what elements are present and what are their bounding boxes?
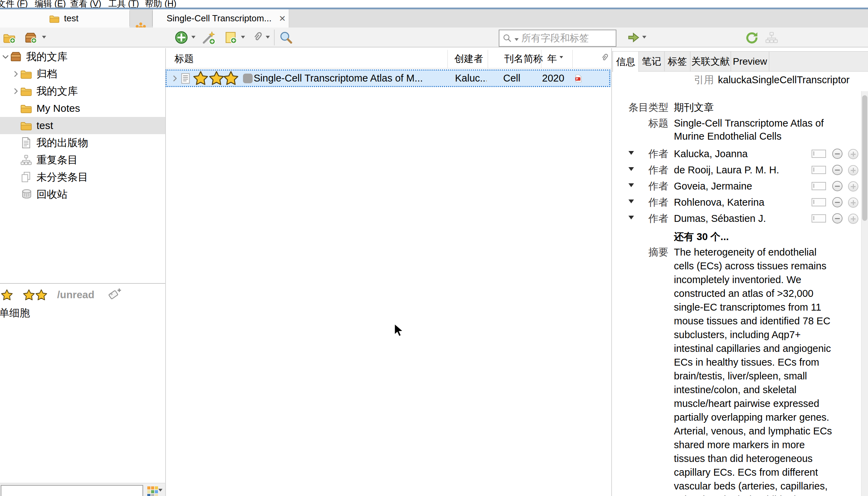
add-by-identifier-wand-icon[interactable] [201, 31, 216, 45]
author-add-button[interactable] [848, 149, 858, 159]
author-field-mode-icon[interactable] [812, 166, 826, 174]
column-journal[interactable]: 刊名简称 [504, 52, 543, 65]
author-name[interactable]: Goveia, Jermaine [674, 179, 752, 193]
author-name[interactable]: Rohlenova, Katerina [674, 195, 764, 209]
sidebar-item-trash[interactable]: 回收站 [0, 186, 165, 203]
author-field-mode-icon[interactable] [812, 182, 826, 190]
tab-related[interactable]: 关联文献 [690, 52, 731, 71]
title-value-line1[interactable]: Single-Cell Transcriptome Atlas of [674, 117, 824, 130]
sidebar-item-label: 重复条目 [36, 153, 78, 167]
column-divider [541, 50, 541, 68]
author-remove-button[interactable] [832, 197, 843, 207]
sidebar-item-my-library[interactable]: 我的文库 [0, 48, 165, 65]
column-title[interactable]: 标题 [174, 52, 194, 65]
item-year: 2020 [542, 70, 566, 87]
sync-button[interactable] [744, 31, 758, 44]
item-row[interactable]: Single-Cell Transcriptome Atlas of M... … [166, 70, 611, 87]
tab-document[interactable]: Single-Cell Transcriptom... × [152, 9, 289, 28]
column-year[interactable]: 年 [547, 52, 557, 65]
sidebar-item-archive[interactable]: 归档 [0, 65, 165, 83]
sidebar-item-test[interactable]: test [0, 117, 165, 134]
scrollbar-thumb[interactable] [862, 95, 867, 221]
column-creator[interactable]: 创建者 [454, 52, 483, 65]
author-name[interactable]: Dumas, Sébastien J. [674, 212, 766, 225]
author-add-button[interactable] [848, 181, 858, 192]
tag-swatch-gray-icon [243, 70, 253, 87]
new-library-button[interactable] [23, 31, 38, 44]
author-label: 作者 [613, 212, 668, 225]
tag-filter-input[interactable] [1, 485, 143, 496]
author-remove-button[interactable] [832, 181, 843, 191]
search-input[interactable] [521, 32, 616, 44]
tag-unread[interactable]: /unread [57, 289, 94, 301]
new-item-button[interactable] [174, 31, 188, 44]
author-label: 作者 [613, 195, 668, 209]
author-remove-button[interactable] [832, 149, 843, 159]
close-icon[interactable]: × [279, 12, 286, 25]
item-expand-chevron-icon[interactable] [171, 70, 179, 87]
tag-star-star[interactable] [23, 289, 35, 301]
tag-star[interactable] [1, 289, 13, 301]
author-remove-button[interactable] [832, 213, 843, 224]
library-lookup-icon[interactable] [765, 31, 779, 44]
chevron-right-icon[interactable] [12, 70, 20, 78]
new-note-button[interactable] [224, 31, 237, 44]
new-library-dropdown-icon[interactable] [42, 36, 46, 41]
sort-descending-icon [560, 56, 563, 60]
author-add-button[interactable] [848, 214, 858, 224]
sidebar-item-label: 我的出版物 [36, 136, 88, 150]
tag-plus-icon[interactable] [108, 288, 122, 302]
author-field-mode-icon[interactable] [812, 198, 826, 206]
title-value-line2[interactable]: Murine Endothelial Cells [674, 130, 782, 143]
sidebar-item-my-publications[interactable]: 我的出版物 [0, 134, 165, 151]
chevron-right-icon[interactable] [12, 87, 20, 95]
author-field-mode-icon[interactable] [812, 214, 826, 223]
author-field-mode-icon[interactable] [812, 150, 826, 158]
sidebar-item-my-notes[interactable]: My Notes [0, 100, 165, 117]
add-attachment-paperclip-icon[interactable] [251, 30, 265, 45]
tab-notes[interactable]: 笔记 [639, 52, 665, 71]
tag-cell[interactable]: 单细胞 [0, 306, 30, 320]
item-type-value[interactable]: 期刊文章 [674, 100, 714, 114]
tab-tags[interactable]: 标签 [665, 52, 690, 71]
tab-info[interactable]: 信息 [613, 52, 639, 72]
pdf-attachment-icon[interactable] [574, 70, 583, 87]
author-name[interactable]: Kalucka, Joanna [674, 147, 748, 161]
more-authors[interactable]: 还有 30 个... [674, 230, 729, 244]
sidebar-item-label: 归档 [36, 67, 57, 81]
folder-icon [20, 102, 32, 115]
column-divider [447, 50, 448, 68]
search-scope-dropdown-icon[interactable] [515, 38, 519, 43]
tab-library[interactable]: test [0, 9, 129, 28]
search-box [499, 30, 616, 47]
tag-display-grid-icon[interactable] [147, 486, 158, 496]
new-collection-button[interactable] [3, 31, 16, 44]
items-pane: 标题 创建者 刊名简称 年 Single-Cell Transcriptome … [166, 48, 611, 496]
author-name[interactable]: de Rooij, Laura P. M. H. [674, 163, 779, 177]
locate-arrow-button[interactable] [627, 31, 640, 44]
sidebar-item-my-library-collection[interactable]: 我的文库 [0, 83, 165, 100]
author-add-button[interactable] [848, 197, 858, 208]
tag-star-star[interactable] [35, 289, 47, 301]
new-item-dropdown-icon[interactable] [191, 36, 195, 41]
author-add-button[interactable] [848, 165, 858, 175]
attachment-column-icon[interactable] [600, 52, 611, 64]
sidebar-item-unfiled[interactable]: 未分类条目 [0, 169, 165, 186]
author-remove-button[interactable] [832, 165, 843, 175]
item-creator: Kaluc... [455, 70, 487, 87]
attachment-dropdown-icon[interactable] [266, 36, 270, 41]
sidebar-item-duplicates[interactable]: 重复条目 [0, 151, 165, 169]
citation-key[interactable]: kaluckaSingleCellTranscriptor [718, 73, 850, 87]
tab-preview[interactable]: Preview [731, 52, 769, 71]
locate-dropdown-icon[interactable] [642, 36, 646, 41]
author-row: 作者 Rohlenova, Katerina [612, 195, 868, 209]
chevron-down-icon[interactable] [1, 52, 10, 61]
main-toolbar [0, 28, 868, 47]
advanced-search-button[interactable] [279, 30, 293, 45]
tag-options-dropdown-icon[interactable] [158, 489, 162, 494]
scrollbar-track[interactable] [861, 91, 868, 496]
abstract-text[interactable]: The heterogeneity of endothelial cells (… [674, 245, 867, 496]
new-note-dropdown-icon[interactable] [241, 36, 245, 41]
abstract-label: 摘要 [613, 245, 668, 259]
library-icon [10, 51, 22, 63]
